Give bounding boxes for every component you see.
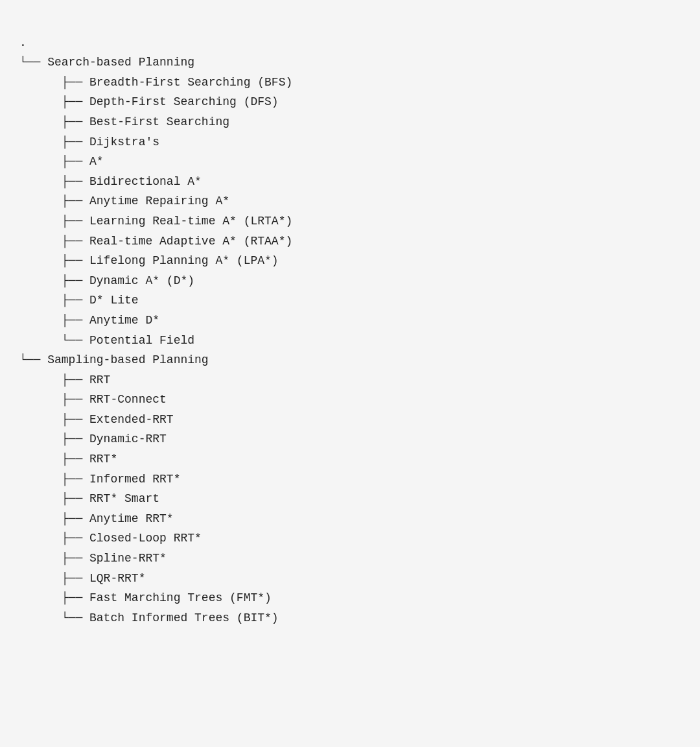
tree-item-lrta: ├── Learning Real-time A* (LRTA*) — [19, 211, 681, 231]
tree-item-rtaa: ├── Real-time Adaptive A* (RTAA*) — [19, 231, 681, 252]
tree-item-root-dot: . — [19, 33, 681, 53]
tree-item-dstar-lite: ├── D* Lite — [19, 290, 681, 311]
tree-item-spline-rrt-star: ├── Spline-RRT* — [19, 549, 681, 569]
tree-item-dynamic-rrt: ├── Dynamic-RRT — [19, 429, 681, 449]
tree-item-informed-rrt-star: ├── Informed RRT* — [19, 469, 681, 490]
tree-item-closed-loop-rrt-star: ├── Closed-Loop RRT* — [19, 528, 681, 549]
tree-item-anytime-dstar: ├── Anytime D* — [19, 311, 681, 331]
tree-item-bidirectional-astar: ├── Bidirectional A* — [19, 172, 681, 192]
tree-item-potential-field: └── Potential Field — [19, 331, 681, 351]
tree-item-astar: ├── A* — [19, 152, 681, 172]
tree-item-dynamic-astar: ├── Dynamic A* (D*) — [19, 271, 681, 291]
tree-item-dfs: ├── Depth-First Searching (DFS) — [19, 92, 681, 112]
tree-view: .└── Search-based Planning ├── Breadth-F… — [19, 13, 681, 628]
tree-item-bit-star: └── Batch Informed Trees (BIT*) — [19, 608, 681, 628]
tree-item-best-first: ├── Best-First Searching — [19, 112, 681, 132]
tree-item-rrt-star-smart: ├── RRT* Smart — [19, 489, 681, 509]
tree-item-dijkstra: ├── Dijkstra's — [19, 132, 681, 152]
tree-item-rrt-connect: ├── RRT-Connect — [19, 390, 681, 410]
tree-item-rrt-star: ├── RRT* — [19, 449, 681, 469]
tree-item-lpa: ├── Lifelong Planning A* (LPA*) — [19, 251, 681, 271]
tree-item-extended-rrt: ├── Extended-RRT — [19, 410, 681, 430]
tree-item-sampling-based-root: └── Sampling-based Planning — [19, 350, 681, 370]
tree-item-lqr-rrt-star: ├── LQR-RRT* — [19, 569, 681, 589]
tree-item-rrt: ├── RRT — [19, 370, 681, 390]
tree-item-bfs: ├── Breadth-First Searching (BFS) — [19, 73, 681, 93]
tree-item-anytime-astar: ├── Anytime Repairing A* — [19, 191, 681, 211]
tree-item-search-based-root: └── Search-based Planning — [19, 53, 681, 73]
tree-item-fmt-star: ├── Fast Marching Trees (FMT*) — [19, 588, 681, 608]
tree-item-anytime-rrt-star: ├── Anytime RRT* — [19, 509, 681, 529]
